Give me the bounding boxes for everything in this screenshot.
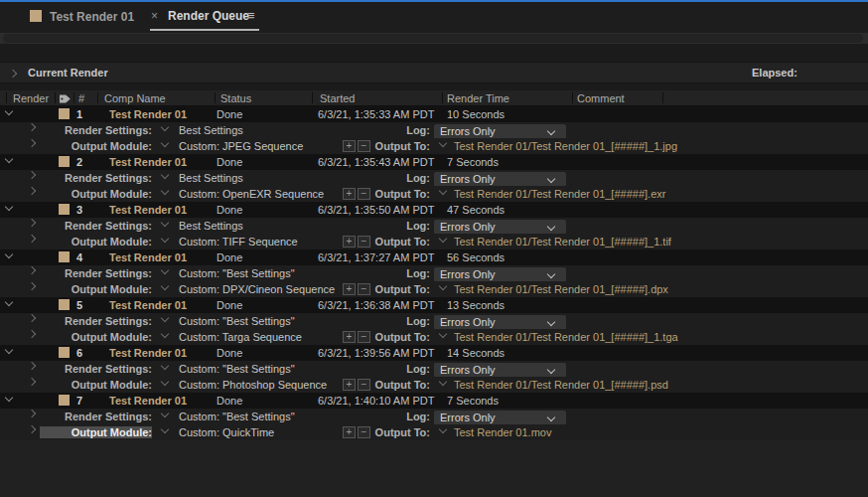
render-settings-value[interactable]: Best Settings: [179, 124, 243, 136]
comp-color-swatch[interactable]: [59, 299, 70, 310]
add-output-module-button[interactable]: +: [343, 283, 356, 295]
output-path-link[interactable]: Test Render 01/Test Render 01_[#####]_1.…: [454, 236, 671, 248]
chevron-down-icon[interactable]: [161, 219, 169, 227]
chevron-down-icon[interactable]: [439, 282, 447, 290]
output-module-value[interactable]: Custom: DPX/Cineon Sequence: [179, 283, 335, 295]
chevron-right-icon[interactable]: [28, 139, 36, 147]
chevron-down-icon[interactable]: [161, 378, 169, 386]
comp-name[interactable]: Test Render 01: [109, 347, 187, 359]
remove-output-module-button[interactable]: −: [358, 140, 370, 152]
col-status[interactable]: Status: [220, 92, 251, 104]
chevron-down-icon[interactable]: [161, 410, 169, 417]
output-path-link[interactable]: Test Render 01/Test Render 01_[#####]_1.…: [454, 331, 678, 343]
chevron-down-icon[interactable]: [161, 171, 169, 179]
comp-name[interactable]: Test Render 01: [109, 251, 187, 263]
tag-icon[interactable]: [59, 93, 72, 104]
render-settings-value[interactable]: Custom: "Best Settings": [179, 363, 295, 375]
tab-render-queue[interactable]: Render Queue: [168, 9, 249, 23]
chevron-right-icon[interactable]: [28, 362, 36, 370]
col-number[interactable]: #: [78, 92, 84, 104]
chevron-right-icon[interactable]: [28, 282, 36, 290]
chevron-down-icon[interactable]: [161, 314, 169, 322]
comp-color-swatch[interactable]: [59, 108, 70, 119]
remove-output-module-button[interactable]: −: [358, 188, 370, 200]
panel-menu-icon[interactable]: ≡: [247, 8, 255, 23]
output-module-label[interactable]: Output Module:: [40, 140, 152, 152]
chevron-right-icon[interactable]: [28, 410, 36, 417]
render-settings-value[interactable]: Custom: "Best Settings": [179, 315, 295, 327]
render-item-main-row[interactable]: 1 Test Render 01 Done 6/3/21, 1:35:33 AM…: [0, 106, 868, 122]
comp-color-swatch[interactable]: [59, 204, 70, 215]
chevron-down-icon[interactable]: [439, 378, 447, 386]
log-dropdown[interactable]: Errors Only: [434, 220, 566, 235]
render-settings-value[interactable]: Custom: "Best Settings": [179, 411, 295, 422]
comp-name[interactable]: Test Render 01: [109, 299, 187, 311]
log-dropdown[interactable]: Errors Only: [434, 315, 566, 330]
output-module-value[interactable]: Custom: QuickTime: [179, 426, 274, 438]
add-output-module-button[interactable]: +: [343, 140, 356, 152]
chevron-down-icon[interactable]: [439, 139, 447, 147]
chevron-down-icon[interactable]: [5, 298, 13, 306]
log-dropdown[interactable]: Errors Only: [434, 267, 566, 282]
render-settings-label[interactable]: Render Settings:: [40, 363, 152, 375]
render-item-main-row[interactable]: 5 Test Render 01 Done 6/3/21, 1:36:38 AM…: [0, 297, 868, 313]
render-settings-value[interactable]: Best Settings: [179, 220, 243, 232]
chevron-right-icon[interactable]: [28, 123, 36, 131]
horizontal-scrollbar[interactable]: [0, 33, 868, 44]
col-started[interactable]: Started: [320, 92, 355, 104]
chevron-down-icon[interactable]: [5, 203, 13, 211]
output-path-link[interactable]: Test Render 01/Test Render 01_[#####].ps…: [454, 379, 668, 391]
render-settings-label[interactable]: Render Settings:: [40, 315, 152, 327]
comp-name[interactable]: Test Render 01: [109, 156, 187, 168]
output-module-label[interactable]: Output Module:: [40, 379, 152, 391]
output-path-link[interactable]: Test Render 01/Test Render 01_[#####].ex…: [454, 188, 665, 200]
chevron-right-icon[interactable]: [9, 70, 17, 78]
comp-name[interactable]: Test Render 01: [109, 204, 187, 216]
output-module-label[interactable]: Output Module:: [40, 283, 152, 295]
output-module-value[interactable]: Custom: Photoshop Sequence: [179, 379, 327, 391]
chevron-down-icon[interactable]: [5, 394, 13, 402]
output-path-link[interactable]: Test Render 01/Test Render 01_[#####].dp…: [454, 283, 668, 295]
current-render-section[interactable]: Current Render Elapsed:: [0, 62, 868, 83]
render-settings-label[interactable]: Render Settings:: [40, 172, 152, 184]
output-path-link[interactable]: Test Render 01.mov: [454, 426, 551, 438]
render-item-main-row[interactable]: 6 Test Render 01 Done 6/3/21, 1:39:56 AM…: [0, 345, 868, 361]
output-module-label[interactable]: Output Module:: [40, 188, 152, 200]
render-item-main-row[interactable]: 2 Test Render 01 Done 6/3/21, 1:35:43 AM…: [0, 154, 868, 170]
output-path-link[interactable]: Test Render 01/Test Render 01_[#####]_1.…: [454, 140, 677, 152]
chevron-right-icon[interactable]: [28, 330, 36, 338]
chevron-down-icon[interactable]: [161, 282, 169, 290]
chevron-down-icon[interactable]: [439, 425, 447, 433]
chevron-right-icon[interactable]: [28, 171, 36, 179]
chevron-down-icon[interactable]: [5, 346, 13, 354]
chevron-down-icon[interactable]: [161, 425, 169, 433]
chevron-right-icon[interactable]: [28, 378, 36, 386]
chevron-right-icon[interactable]: [28, 219, 36, 227]
log-dropdown[interactable]: Errors Only: [434, 411, 566, 425]
comp-name[interactable]: Test Render 01: [109, 395, 187, 407]
comp-name[interactable]: Test Render 01: [109, 108, 187, 120]
add-output-module-button[interactable]: +: [343, 379, 356, 391]
remove-output-module-button[interactable]: −: [358, 426, 370, 438]
col-comment[interactable]: Comment: [577, 92, 625, 104]
comp-color-swatch[interactable]: [59, 251, 70, 262]
chevron-down-icon[interactable]: [161, 330, 169, 338]
chevron-down-icon[interactable]: [5, 155, 13, 163]
chevron-down-icon[interactable]: [5, 250, 13, 258]
output-module-label[interactable]: Output Module:: [40, 426, 152, 438]
chevron-right-icon[interactable]: [28, 425, 36, 433]
col-comp-name[interactable]: Comp Name: [104, 92, 166, 104]
output-module-label[interactable]: Output Module:: [40, 331, 152, 343]
col-render-time[interactable]: Render Time: [447, 92, 509, 104]
chevron-down-icon[interactable]: [439, 235, 447, 243]
tab-test-render-01[interactable]: Test Render 01: [50, 10, 134, 24]
remove-output-module-button[interactable]: −: [358, 236, 370, 248]
chevron-down-icon[interactable]: [161, 187, 169, 195]
render-settings-label[interactable]: Render Settings:: [40, 267, 152, 279]
render-item-main-row[interactable]: 7 Test Render 01 Done 6/3/21, 1:40:10 AM…: [0, 393, 868, 409]
output-module-value[interactable]: Custom: JPEG Sequence: [179, 140, 303, 152]
remove-output-module-button[interactable]: −: [358, 331, 370, 343]
output-module-value[interactable]: Custom: Targa Sequence: [179, 331, 302, 343]
chevron-right-icon[interactable]: [28, 314, 36, 322]
chevron-right-icon[interactable]: [28, 266, 36, 274]
